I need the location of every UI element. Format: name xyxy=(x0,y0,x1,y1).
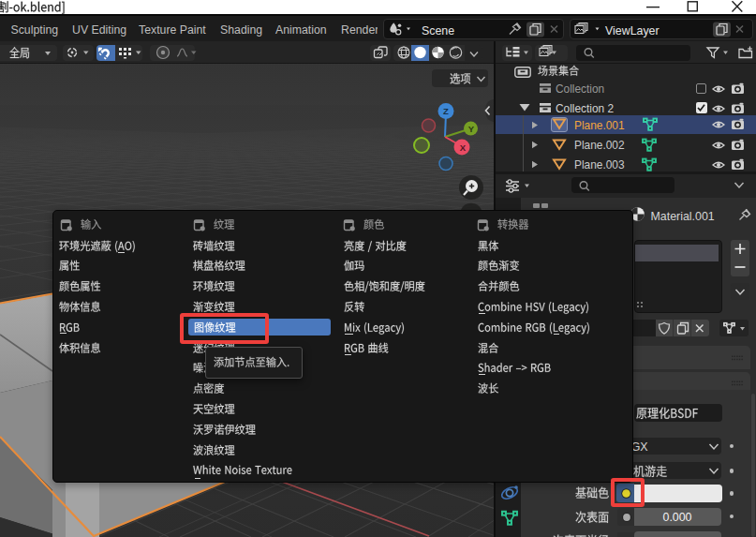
svg-text:Y: Y xyxy=(468,124,475,134)
svg-text:Z: Z xyxy=(443,106,449,116)
svg-text:X: X xyxy=(460,142,467,153)
